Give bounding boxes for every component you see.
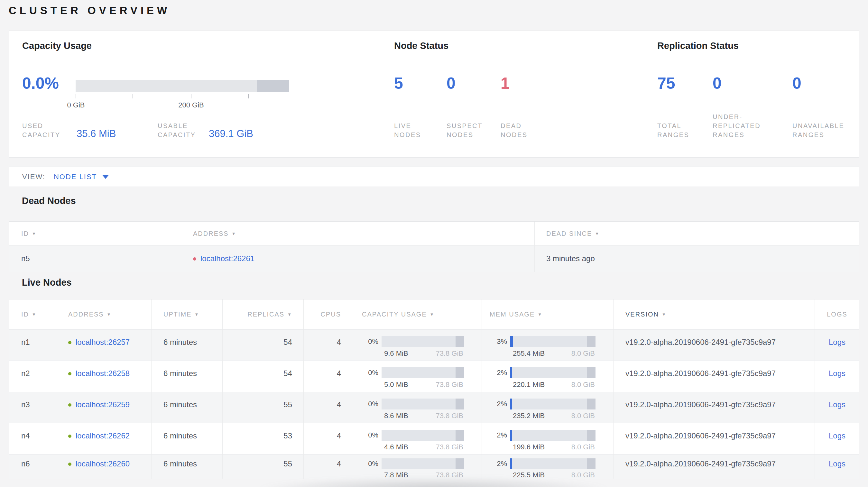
table-row: n6 localhost:26260 6 minutes 55 4 0% 7.8…	[9, 454, 859, 479]
total-ranges-label: TOTAL RANGES	[657, 121, 689, 139]
mem-bar-fill	[510, 336, 513, 347]
mem-usage-cell: 2% 220.1 MiB8.0 GiB	[482, 361, 614, 392]
dead-nodes-table: ID▼ ADDRESS▼ DEAD SINCE▼ n5 localhost:26…	[9, 221, 859, 272]
capacity-bar-reserved-segment	[456, 430, 464, 441]
column-header-uptime[interactable]: UPTIME▼	[152, 299, 223, 329]
mem-bar	[510, 367, 595, 378]
capacity-bar-reserved-segment	[257, 80, 289, 92]
uptime-cell: 6 minutes	[152, 423, 223, 454]
column-header-address[interactable]: ADDRESS▼	[181, 222, 535, 246]
axis-tick	[191, 94, 191, 98]
node-address-cell: localhost:26257	[55, 330, 152, 361]
table-row: n1 localhost:26257 6 minutes 54 4 0% 9.6…	[9, 329, 859, 361]
capacity-bar	[381, 430, 464, 441]
under-replicated-count: 0	[713, 74, 722, 93]
node-address-cell: localhost:26262	[55, 423, 152, 454]
column-header-dead-since[interactable]: DEAD SINCE▼	[535, 222, 859, 246]
uptime-cell: 6 minutes	[152, 330, 223, 361]
node-address-cell: localhost:26258	[55, 361, 152, 392]
axis-tick-label: 200 GiB	[178, 101, 204, 109]
capacity-used-value: 5.0 MiB	[384, 380, 408, 389]
node-id-cell: n5	[9, 246, 181, 272]
table-row: n2 localhost:26258 6 minutes 54 4 0% 5.0…	[9, 361, 859, 392]
table-row: n4 localhost:26262 6 minutes 53 4 0% 4.6…	[9, 423, 859, 454]
cpus-cell: 4	[304, 392, 353, 423]
mem-bar	[510, 398, 595, 410]
capacity-total-value: 73.8 GiB	[436, 349, 463, 358]
capacity-usage-cell: 0% 8.6 MiB73.8 GiB	[353, 392, 482, 423]
uptime-cell: 6 minutes	[152, 361, 223, 392]
logs-link[interactable]: Logs	[829, 369, 845, 378]
logs-link[interactable]: Logs	[829, 400, 845, 409]
capacity-bar	[381, 367, 464, 378]
node-address-link[interactable]: localhost:26260	[75, 459, 130, 468]
column-header-mem-usage[interactable]: MEM USAGE▼	[482, 299, 614, 329]
mem-total-value: 8.0 GiB	[571, 443, 595, 452]
bottom-shadow	[254, 477, 613, 487]
sort-desc-icon: ▼	[32, 231, 37, 236]
logs-link[interactable]: Logs	[829, 431, 845, 440]
used-capacity-value: 35.6 MiB	[76, 128, 116, 139]
logs-cell: Logs	[815, 330, 859, 361]
node-address-link[interactable]: localhost:26258	[75, 369, 130, 378]
dead-status-dot-icon	[193, 257, 196, 261]
node-address-link[interactable]: localhost:26262	[75, 431, 130, 440]
node-address-link[interactable]: localhost:26257	[75, 338, 130, 347]
sort-desc-icon: ▼	[537, 312, 542, 317]
live-status-dot-icon	[68, 372, 71, 376]
mem-bar-reserved-segment	[587, 398, 595, 410]
under-replicated-label: UNDER- REPLICATED RANGES	[713, 112, 761, 139]
node-address-cell: localhost:26259	[55, 392, 152, 423]
capacity-bar-reserved-segment	[456, 336, 464, 347]
node-address-link[interactable]: localhost:26259	[75, 400, 130, 409]
mem-usage-cell: 3% 255.4 MiB8.0 GiB	[482, 330, 614, 361]
node-id-cell: n4	[9, 423, 55, 454]
node-address-link[interactable]: localhost:26261	[200, 254, 254, 263]
axis-tick	[132, 94, 133, 98]
live-status-dot-icon	[68, 341, 71, 344]
capacity-usage-cell: 0% 7.8 MiB73.8 GiB	[353, 455, 482, 479]
logs-cell: Logs	[815, 392, 859, 423]
dead-nodes-label: DEAD NODES	[501, 121, 528, 139]
total-ranges-count: 75	[657, 74, 675, 93]
mem-percent: 2%	[482, 399, 510, 409]
node-id-cell: n1	[9, 330, 55, 361]
mem-percent: 2%	[482, 430, 510, 441]
table-row: n5 localhost:26261 3 minutes ago	[9, 246, 859, 272]
column-header-cpus: CPUS	[304, 299, 353, 329]
suspect-nodes-label: SUSPECT NODES	[446, 121, 483, 139]
dead-nodes-heading: Dead Nodes	[22, 196, 76, 206]
logs-cell: Logs	[815, 455, 859, 479]
cpus-cell: 4	[304, 455, 353, 479]
view-dropdown[interactable]: NODE LIST	[54, 173, 97, 181]
column-header-address[interactable]: ADDRESS▼	[55, 299, 152, 329]
column-header-id[interactable]: ID▼	[9, 299, 55, 329]
uptime-cell: 6 minutes	[152, 455, 223, 479]
capacity-bar	[381, 398, 464, 410]
column-header-capacity-usage[interactable]: CAPACITY USAGE▼	[353, 299, 482, 329]
capacity-bar-reserved-segment	[456, 458, 464, 469]
capacity-total-value: 73.8 GiB	[436, 412, 463, 420]
mem-bar-fill	[510, 367, 512, 378]
dead-nodes-table-header: ID▼ ADDRESS▼ DEAD SINCE▼	[9, 222, 859, 246]
sort-desc-icon: ▼	[595, 231, 600, 236]
column-header-id[interactable]: ID▼	[9, 222, 181, 246]
logs-link[interactable]: Logs	[829, 459, 845, 468]
capacity-bar-reserved-segment	[456, 398, 464, 410]
column-header-replicas[interactable]: REPLICAS▼	[223, 299, 304, 329]
logs-link[interactable]: Logs	[829, 338, 845, 347]
capacity-usage-cell: 0% 5.0 MiB73.8 GiB	[353, 361, 482, 392]
sort-desc-icon: ▼	[287, 312, 292, 317]
usable-capacity-value: 369.1 GiB	[209, 128, 253, 139]
mem-percent: 3%	[482, 336, 510, 347]
column-header-version[interactable]: VERSION▼	[614, 299, 815, 329]
node-address-cell: localhost:26260	[55, 455, 152, 479]
chevron-down-icon[interactable]	[102, 175, 109, 179]
live-nodes-table: ID▼ ADDRESS▼ UPTIME▼ REPLICAS▼ CPUS CAPA…	[9, 299, 859, 479]
replicas-cell: 54	[223, 330, 304, 361]
used-capacity-label: USED CAPACITY	[22, 121, 60, 139]
capacity-bar	[381, 458, 464, 469]
axis-tick-label: 0 GiB	[67, 101, 85, 109]
mem-percent: 2%	[482, 368, 510, 378]
capacity-percent: 0%	[353, 459, 381, 469]
